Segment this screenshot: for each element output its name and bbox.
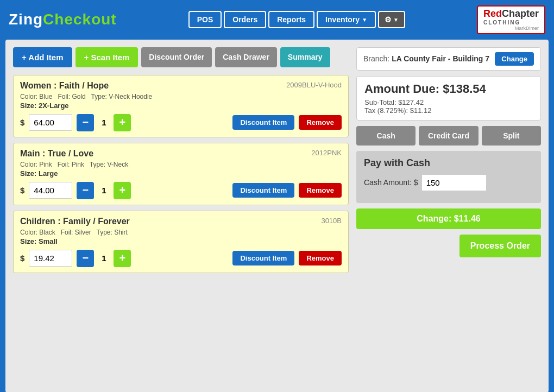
- item-2-dollar: $: [20, 186, 24, 195]
- change-branch-button[interactable]: Change: [495, 52, 534, 66]
- toolbar: + Add Item + Scan Item Discount Order Ca…: [13, 47, 349, 67]
- item-2-remove-button[interactable]: Remove: [299, 183, 342, 198]
- item-card-3: Children : Family / Forever 3010B Color:…: [13, 211, 349, 273]
- logo-checkout: Checkout: [43, 11, 117, 28]
- item-1-name: Women : Faith / Hope: [20, 81, 109, 91]
- credit-card-button[interactable]: Credit Card: [419, 126, 478, 146]
- brand-red: Red: [483, 8, 502, 19]
- brand-markdimer: MarkDimer: [483, 26, 539, 31]
- amount-due-box: Amount Due: $138.54 Sub-Total: $127.42 T…: [356, 76, 541, 121]
- left-panel: + Add Item + Scan Item Discount Order Ca…: [13, 47, 349, 385]
- item-1-size: Size: 2X-Large: [20, 102, 342, 110]
- brand-name: RedChapter: [483, 9, 539, 20]
- nav-settings-button[interactable]: ⚙ ▼: [378, 11, 405, 28]
- item-1-price-input[interactable]: [29, 114, 72, 131]
- item-1-remove-button[interactable]: Remove: [299, 115, 342, 130]
- item-1-minus-button[interactable]: −: [77, 114, 94, 131]
- item-1-details: Color: Blue Foil: Gold Type: V-Neck Hood…: [20, 93, 342, 100]
- item-1-discount-button[interactable]: Discount Item: [232, 115, 294, 130]
- main-content: + Add Item + Scan Item Discount Order Ca…: [5, 40, 549, 392]
- inventory-dropdown-arrow: ▼: [362, 17, 367, 23]
- logo-zing: Zing: [9, 11, 43, 28]
- item-3-remove-button[interactable]: Remove: [299, 251, 342, 265]
- item-1-qty: 1: [98, 118, 109, 127]
- item-3-qty: 1: [98, 254, 109, 263]
- process-order-button[interactable]: Process Order: [459, 235, 541, 257]
- nav-orders-button[interactable]: Orders: [224, 11, 266, 28]
- item-2-qty: 1: [98, 186, 109, 195]
- cash-button[interactable]: Cash: [356, 126, 415, 146]
- cash-amount-input[interactable]: [421, 174, 487, 191]
- brand-clothing: CLOTHING: [483, 20, 539, 26]
- scan-item-button[interactable]: + Scan Item: [75, 47, 138, 67]
- item-2-size: Size: Large: [20, 169, 342, 178]
- amount-due-title: Amount Due: $138.54: [364, 82, 533, 96]
- tax-line: Tax (8.725%): $11.12: [364, 106, 533, 115]
- item-2-price-input[interactable]: [29, 182, 72, 199]
- item-1-header: Women : Faith / Hope 2009BLU-V-Hood: [20, 81, 342, 91]
- discount-order-button[interactable]: Discount Order: [141, 47, 212, 67]
- item-2-name: Main : True / Love: [20, 149, 93, 159]
- add-item-button[interactable]: + Add Item: [13, 47, 72, 67]
- item-card-2: Main : True / Love 2012PNK Color: Pink F…: [13, 143, 349, 205]
- gear-icon: ⚙: [385, 15, 392, 24]
- item-1-plus-button[interactable]: +: [114, 114, 131, 131]
- item-card-1: Women : Faith / Hope 2009BLU-V-Hood Colo…: [13, 75, 349, 137]
- split-button[interactable]: Split: [482, 126, 541, 146]
- pay-with-title: Pay with Cash: [364, 157, 533, 169]
- pay-with-cash-section: Pay with Cash Cash Amount: $: [356, 151, 541, 203]
- header: ZingCheckout POS Orders Reports Inventor…: [0, 0, 554, 40]
- branch-info: Branch: LA County Fair - Building 7: [363, 54, 489, 63]
- change-bar: Change: $11.46: [356, 208, 541, 229]
- nav-reports-button[interactable]: Reports: [268, 11, 314, 28]
- branch-name: LA County Fair - Building 7: [392, 54, 489, 63]
- nav-pos-button[interactable]: POS: [188, 11, 222, 28]
- nav-inventory-button[interactable]: Inventory ▼: [317, 11, 376, 28]
- brand-chapter: Chapter: [502, 8, 539, 19]
- item-3-header: Children : Family / Forever 3010B: [20, 217, 342, 226]
- item-3-price-input[interactable]: [29, 250, 72, 267]
- item-3-name: Children : Family / Forever: [20, 217, 130, 226]
- item-3-plus-button[interactable]: +: [114, 250, 131, 267]
- item-1-controls: $ − 1 + Discount Item Remove: [20, 114, 342, 131]
- item-3-controls: $ − 1 + Discount Item Remove: [20, 250, 342, 267]
- branch-bar: Branch: LA County Fair - Building 7 Chan…: [356, 47, 541, 71]
- payment-buttons: Cash Credit Card Split: [356, 126, 541, 146]
- item-1-dollar: $: [20, 118, 24, 127]
- item-3-dollar: $: [20, 254, 24, 263]
- item-2-sku: 2012PNK: [311, 149, 342, 157]
- item-2-minus-button[interactable]: −: [77, 182, 94, 199]
- header-nav: POS Orders Reports Inventory ▼ ⚙ ▼: [188, 11, 405, 28]
- item-1-sku: 2009BLU-V-Hood: [286, 81, 342, 89]
- item-2-header: Main : True / Love 2012PNK: [20, 149, 342, 159]
- item-2-discount-button[interactable]: Discount Item: [232, 183, 294, 198]
- item-3-minus-button[interactable]: −: [77, 250, 94, 267]
- item-3-discount-button[interactable]: Discount Item: [232, 251, 294, 265]
- subtotal-line: Sub-Total: $127.42: [364, 98, 533, 106]
- right-panel: Branch: LA County Fair - Building 7 Chan…: [356, 47, 541, 385]
- item-2-controls: $ − 1 + Discount Item Remove: [20, 182, 342, 199]
- item-2-details: Color: Pink Foil: Pink Type: V-Neck: [20, 161, 342, 168]
- logo: ZingCheckout: [9, 11, 117, 28]
- settings-dropdown-arrow: ▼: [393, 17, 399, 23]
- item-3-sku: 3010B: [321, 217, 342, 225]
- item-2-plus-button[interactable]: +: [114, 182, 131, 199]
- cash-drawer-button[interactable]: Cash Drawer: [215, 47, 277, 67]
- summary-button[interactable]: Summary: [280, 47, 330, 67]
- item-3-details: Color: Black Foil: Silver Type: Shirt: [20, 229, 342, 236]
- cash-amount-row: Cash Amount: $: [364, 174, 533, 191]
- cash-amount-label: Cash Amount: $: [364, 178, 418, 187]
- item-3-size: Size: Small: [20, 237, 342, 245]
- brand-logo: RedChapter CLOTHING MarkDimer: [477, 5, 545, 34]
